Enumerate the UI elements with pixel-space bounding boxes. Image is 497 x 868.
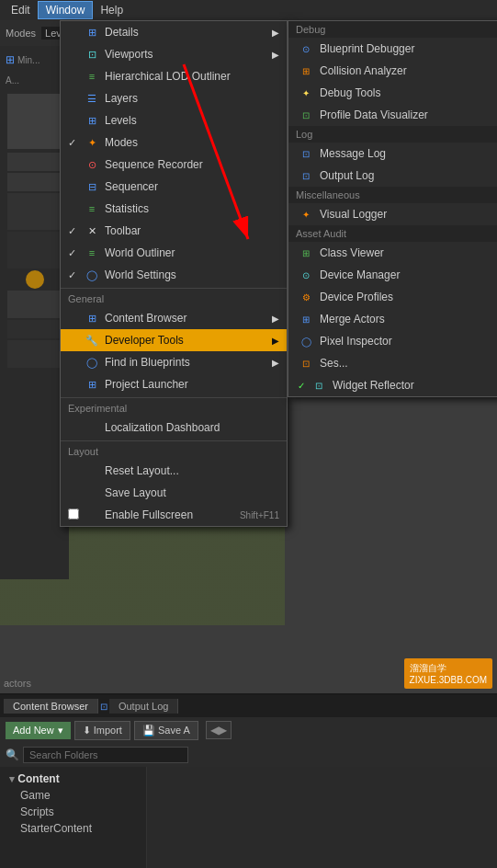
layers-menu-icon: ☰	[85, 91, 99, 106]
message-log-icon: ⊡	[298, 146, 314, 161]
menu-hierarchical-lod[interactable]: ≡ Hierarchical LOD Outliner	[61, 65, 287, 87]
viewports-icon: ⊡	[85, 47, 99, 62]
add-new-button[interactable]: Add New ▾	[6, 722, 71, 739]
menu-class-viewer[interactable]: ⊞ Class Viewer	[288, 242, 497, 264]
fullscreen-checkbox[interactable]	[68, 508, 79, 520]
menu-developer-tools[interactable]: 🔧 Developer Tools ▶	[61, 329, 287, 351]
menu-sequence-recorder[interactable]: ⊙ Sequence Recorder	[61, 154, 287, 176]
folder-expand-icon: ▾	[9, 773, 15, 784]
folder-scripts[interactable]: Scripts	[6, 804, 141, 820]
menu-project-launcher[interactable]: ⊞ Project Launcher	[61, 373, 287, 395]
menu-widget-reflector[interactable]: ✓ ⊡ Widget Reflector	[288, 374, 497, 396]
menu-modes[interactable]: ✓ ✦ Modes	[61, 131, 287, 154]
menu-content-browser[interactable]: ⊞ Content Browser ▶	[61, 307, 287, 329]
menu-reset-layout[interactable]: Reset Layout...	[61, 460, 287, 482]
menu-output-log[interactable]: ⊡ Output Log	[288, 165, 497, 187]
menu-bar: Edit Window Help	[0, 0, 497, 20]
menu-window[interactable]: Window	[38, 1, 94, 19]
device-profiles-label: Device Profiles	[320, 291, 393, 303]
folder-game[interactable]: Game	[6, 787, 141, 804]
menu-merge-actors[interactable]: ⊞ Merge Actors	[288, 308, 497, 330]
fullscreen-icon	[85, 508, 99, 522]
menu-sequencer[interactable]: ⊟ Sequencer	[61, 176, 287, 198]
menu-levels[interactable]: ⊞ Levels	[61, 109, 287, 131]
save-all-button[interactable]: 💾 Save A	[134, 721, 198, 740]
device-manager-label: Device Manager	[320, 268, 400, 281]
menu-statistics[interactable]: ≡ Statistics	[61, 198, 287, 220]
pixel-inspector-label: Pixel Inspector	[320, 335, 392, 348]
hlod-icon: ≡	[85, 69, 99, 84]
stats-label: Statistics	[105, 202, 149, 215]
menu-edit[interactable]: Edit	[4, 2, 38, 18]
menu-visual-logger[interactable]: ✦ Visual Logger	[288, 203, 497, 225]
menu-pixel-inspector[interactable]: ◯ Pixel Inspector	[288, 330, 497, 352]
menu-help[interactable]: Help	[93, 2, 130, 18]
levels-icon: ⊞	[85, 113, 99, 128]
debug-section-label: Debug	[288, 21, 497, 38]
output-log-label: Output Log	[320, 169, 374, 182]
section-general: General	[61, 291, 287, 307]
menu-viewports[interactable]: ⊡ Viewports ▶	[61, 43, 287, 65]
world-outliner-check: ✓	[68, 247, 81, 259]
fullscreen-shortcut: Shift+F11	[240, 510, 279, 520]
nav-forward-icon[interactable]: ▶	[219, 724, 227, 737]
tab-output-log[interactable]: Output Log	[109, 699, 178, 714]
import-button[interactable]: ⬇ Import	[74, 721, 130, 740]
menu-find-blueprints[interactable]: ◯ Find in Blueprints ▶	[61, 351, 287, 373]
output-log-tab-wrapper: ⊡ Output Log	[100, 699, 178, 714]
menu-profile-data[interactable]: ⊡ Profile Data Visualizer	[288, 104, 497, 126]
dev-tools-submenu: Debug ⊙ Blueprint Debugger ⊞ Collision A…	[288, 20, 497, 397]
save-layout-icon	[85, 485, 99, 500]
layers-menu-label: Layers	[105, 92, 138, 105]
bp-debugger-icon: ⊙	[298, 41, 314, 56]
nav-arrows[interactable]: ◀ ▶	[206, 721, 232, 739]
menu-layers[interactable]: ☰ Layers	[61, 87, 287, 109]
details-icon: ⊞	[85, 25, 99, 40]
profile-data-label: Profile Data Visualizer	[320, 108, 428, 121]
menu-bp-debugger[interactable]: ⊙ Blueprint Debugger	[288, 38, 497, 60]
menu-world-outliner[interactable]: ✓ ≡ World Outliner	[61, 242, 287, 264]
class-viewer-label: Class Viewer	[320, 246, 384, 259]
dev-tools-label: Developer Tools	[105, 334, 184, 347]
pixel-inspector-icon: ◯	[298, 334, 314, 348]
content-search-area: 🔍	[0, 743, 497, 767]
merge-actors-icon: ⊞	[298, 312, 314, 326]
modes-check: ✓	[68, 137, 81, 149]
reset-layout-icon	[85, 463, 99, 478]
menu-save-layout[interactable]: Save Layout	[61, 482, 287, 504]
menu-separator-3	[61, 440, 287, 441]
menu-localization[interactable]: Localization Dashboard	[61, 417, 287, 439]
menu-collision-analyzer[interactable]: ⊞ Collision Analyzer	[288, 60, 497, 82]
visual-logger-icon: ✦	[298, 207, 314, 222]
import-label: Import	[94, 725, 122, 736]
import-icon: ⬇	[83, 725, 91, 736]
window-menu: ⊞ Details ▶ ⊡ Viewports ▶ ≡ Hierarchical…	[60, 20, 288, 527]
search-folders-input[interactable]	[23, 747, 188, 763]
menu-device-profiles[interactable]: ⚙ Device Profiles	[288, 286, 497, 308]
menu-debug-tools[interactable]: ✦ Debug Tools	[288, 82, 497, 104]
device-manager-icon: ⊙	[298, 268, 314, 282]
folder-starter-content[interactable]: StarterContent	[6, 820, 141, 837]
output-log-icon: ⊡	[298, 168, 314, 183]
menu-toolbar[interactable]: ✓ ✕ Toolbar	[61, 220, 287, 242]
menu-world-settings[interactable]: ✓ ◯ World Settings	[61, 264, 287, 286]
bp-debugger-label: Blueprint Debugger	[320, 42, 414, 55]
folder-content[interactable]: ▾ Content	[6, 771, 141, 787]
fullscreen-label: Enable Fullscreen	[105, 508, 193, 521]
menu-message-log[interactable]: ⊡ Message Log	[288, 143, 497, 165]
sequencer-icon: ⊟	[85, 179, 99, 194]
modes-icon: ✦	[85, 135, 99, 150]
menu-fullscreen[interactable]: Enable Fullscreen Shift+F11	[61, 504, 287, 526]
world-settings-check: ✓	[68, 269, 81, 281]
menu-session[interactable]: ⊡ Ses...	[288, 352, 497, 374]
log-section-label: Log	[288, 126, 497, 143]
menu-details[interactable]: ⊞ Details ▶	[61, 21, 287, 43]
menu-device-manager[interactable]: ⊙ Device Manager	[288, 264, 497, 286]
widget-reflector-label: Widget Reflector	[333, 379, 414, 392]
nav-back-icon[interactable]: ◀	[210, 724, 219, 737]
seq-rec-icon: ⊙	[85, 157, 99, 172]
menu-separator-1	[61, 288, 287, 289]
save-all-label: Save A	[158, 725, 190, 736]
content-folders: ▾ Content Game Scripts StarterContent	[0, 767, 147, 868]
tab-content-browser[interactable]: Content Browser	[4, 699, 98, 714]
